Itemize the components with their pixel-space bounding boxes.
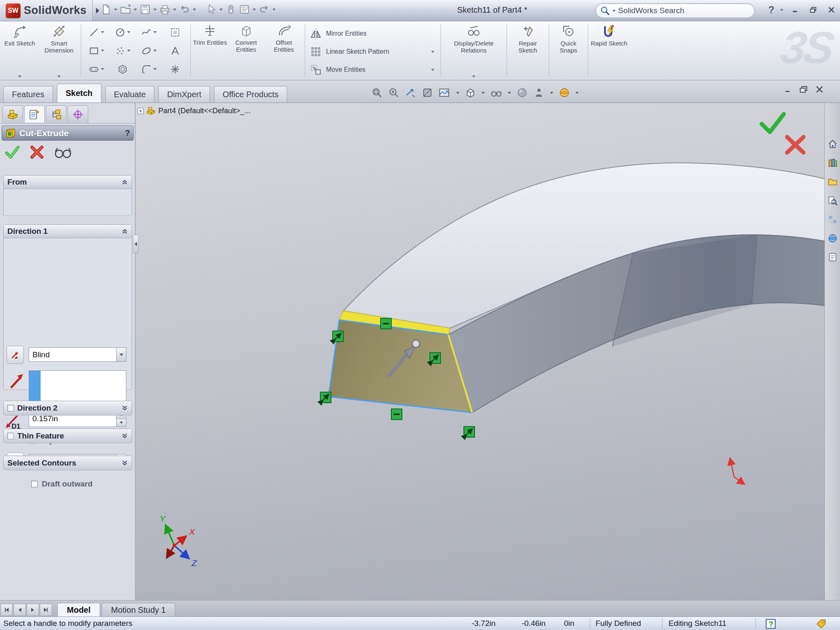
reverse-direction-button[interactable] — [7, 346, 24, 364]
handle-arrow[interactable] — [320, 392, 331, 403]
view-orientation-icon[interactable] — [438, 87, 451, 98]
circle-tool-icon[interactable] — [115, 27, 126, 38]
tab-features[interactable]: Features — [3, 86, 53, 103]
logo-expand-arrow[interactable] — [96, 8, 99, 14]
sketch-toggle-icon[interactable] — [226, 4, 236, 15]
file-explorer-icon[interactable] — [828, 177, 838, 187]
exit-sketch-caret[interactable] — [18, 75, 21, 78]
select-dropdown-caret[interactable] — [219, 9, 223, 11]
move-entities-button[interactable]: Move Entities — [307, 61, 438, 79]
collapse-chevron-icon[interactable] — [121, 180, 128, 185]
status-tag-icon[interactable] — [815, 618, 827, 630]
line-tool-icon[interactable] — [89, 27, 99, 38]
ellipse-tool-caret[interactable] — [153, 50, 157, 52]
hide-show-items-icon[interactable] — [490, 87, 502, 98]
view-settings-caret[interactable] — [575, 92, 579, 94]
point-scatter-tool-icon[interactable] — [115, 46, 126, 56]
restore-icon[interactable] — [807, 5, 819, 15]
doc-minimize-icon[interactable] — [784, 86, 792, 93]
linear-sketch-pattern-button[interactable]: Linear Sketch Pattern — [307, 43, 438, 61]
cancel-button[interactable] — [30, 145, 44, 160]
tree-expand-icon[interactable]: + — [137, 108, 144, 114]
handle-minus[interactable] — [391, 409, 402, 420]
nav-next-button[interactable] — [27, 604, 39, 616]
sketch-picture-tool-icon[interactable] — [170, 27, 180, 38]
options-sheet-icon[interactable] — [239, 4, 250, 15]
direction1-group-header[interactable]: Direction 1 — [4, 225, 132, 238]
custom-properties-icon[interactable] — [828, 252, 838, 262]
direction-reference-selectbox[interactable] — [29, 370, 126, 405]
ellipse-tool-icon[interactable] — [141, 46, 152, 56]
smart-dimension-button[interactable]: Smart Dimension — [39, 21, 79, 80]
end-condition-dropdown-button[interactable] — [116, 348, 126, 361]
new-document-icon[interactable] — [100, 4, 111, 15]
linear-pattern-caret[interactable] — [431, 51, 434, 53]
exit-sketch-button[interactable]: Exit Sketch — [0, 21, 39, 80]
select-cursor-icon[interactable] — [206, 4, 217, 15]
search-scope-caret[interactable] — [612, 10, 616, 12]
nav-last-button[interactable] — [40, 604, 52, 616]
appearances-icon[interactable] — [828, 233, 838, 243]
help-dropdown-caret[interactable] — [780, 9, 783, 11]
line-tool-caret[interactable] — [101, 31, 104, 33]
quick-snaps-button[interactable]: Quick Snaps — [551, 21, 586, 80]
save-icon[interactable] — [140, 4, 151, 15]
spline-tool-icon[interactable] — [141, 27, 152, 38]
display-style-caret[interactable] — [482, 92, 485, 94]
resources-home-icon[interactable] — [828, 139, 838, 149]
print-dropdown-caret[interactable] — [173, 9, 176, 11]
search-input[interactable] — [618, 6, 729, 15]
draft-outward-checkbox[interactable] — [31, 481, 38, 487]
hide-show-items-caret[interactable] — [508, 92, 511, 94]
preview-button[interactable] — [53, 145, 72, 159]
ok-button[interactable] — [4, 145, 21, 160]
open-dropdown-caret[interactable] — [134, 9, 137, 11]
display-delete-relations-button[interactable]: Display/Delete Relations — [443, 21, 504, 80]
display-style-icon[interactable] — [465, 87, 476, 98]
tab-sketch[interactable]: Sketch — [57, 84, 101, 103]
fillet-tool-icon[interactable] — [141, 64, 152, 75]
doc-restore-icon[interactable] — [800, 86, 808, 93]
apply-scene-icon[interactable] — [533, 87, 545, 98]
handle-arrow[interactable] — [430, 353, 441, 363]
open-icon[interactable] — [120, 4, 131, 15]
previous-view-icon[interactable] — [405, 87, 416, 98]
new-dropdown-caret[interactable] — [114, 9, 117, 11]
panel-splitter-handle[interactable] — [133, 235, 139, 253]
from-group-header[interactable]: From — [4, 176, 132, 189]
rectangle-tool-icon[interactable] — [89, 46, 99, 56]
confirm-cancel-icon[interactable] — [787, 137, 803, 153]
section-view-icon[interactable] — [422, 87, 433, 98]
close-icon[interactable] — [825, 5, 838, 15]
pattern-star-tool-icon[interactable] — [170, 64, 180, 75]
property-manager-tab[interactable] — [24, 105, 45, 123]
direction2-checkbox[interactable] — [7, 405, 14, 411]
search-box[interactable] — [596, 3, 755, 18]
selected-contours-group-header[interactable]: Selected Contours — [4, 456, 132, 470]
move-entities-caret[interactable] — [431, 69, 434, 71]
doc-close-icon[interactable] — [815, 86, 824, 93]
help-icon[interactable]: ? — [768, 4, 774, 16]
trim-entities-button[interactable]: Trim Entities — [193, 21, 227, 80]
redo-dropdown-caret[interactable] — [272, 9, 276, 11]
rapid-sketch-button[interactable]: Rapid Sketch — [590, 21, 628, 80]
view-palette-icon[interactable] — [828, 215, 838, 224]
zoom-fit-icon[interactable] — [371, 87, 383, 98]
polygon-tool-icon[interactable] — [117, 64, 128, 75]
dimxpert-manager-tab[interactable] — [68, 105, 88, 123]
tab-evaluate[interactable]: Evaluate — [105, 86, 155, 103]
rectangle-tool-caret[interactable] — [101, 50, 104, 52]
text-tool-icon[interactable] — [170, 46, 180, 56]
direction2-group-header[interactable]: Direction 2 — [4, 401, 132, 415]
tab-office-products[interactable]: Office Products — [214, 86, 287, 103]
edit-appearance-icon[interactable] — [516, 87, 528, 98]
repair-sketch-button[interactable]: Repair Sketch — [509, 21, 547, 80]
handle-minus[interactable] — [381, 318, 391, 329]
handle-arrow[interactable] — [464, 427, 475, 437]
status-help-icon[interactable]: ? — [765, 619, 776, 629]
model-tab[interactable]: Model — [57, 603, 100, 616]
undo-dropdown-caret[interactable] — [193, 9, 196, 11]
smart-dimension-caret[interactable] — [57, 75, 61, 78]
offset-entities-button[interactable]: Offset Entities — [265, 21, 303, 80]
view-settings-icon[interactable] — [559, 87, 570, 98]
